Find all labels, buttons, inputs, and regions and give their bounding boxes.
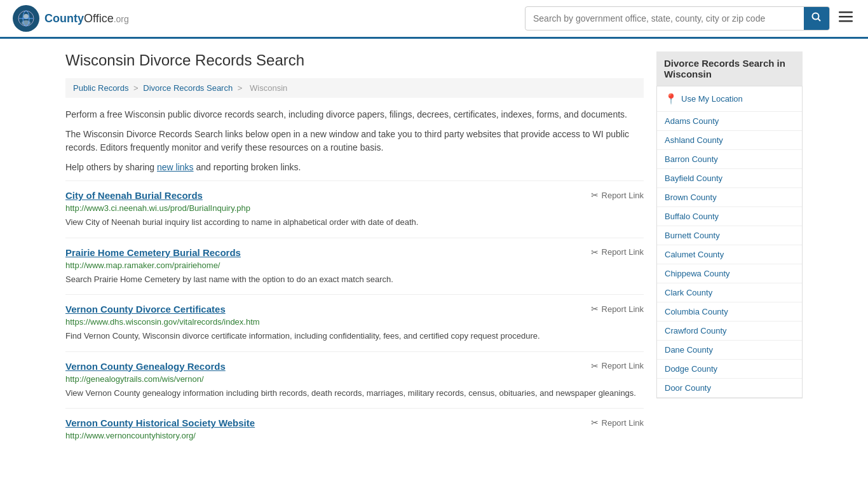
search-button[interactable] bbox=[804, 7, 829, 30]
list-item: Crawford County bbox=[657, 322, 802, 341]
result-url-1[interactable]: http://www.map.ramaker.com/prairiehome/ bbox=[65, 261, 644, 270]
use-location-label: Use My Location bbox=[681, 94, 743, 104]
page-title: Wisconsin Divorce Records Search bbox=[65, 51, 644, 69]
report-link-label-4: Report Link bbox=[602, 418, 644, 428]
main-container: Wisconsin Divorce Records Search Public … bbox=[53, 39, 815, 465]
sidebar-item-burnett-county[interactable]: Burnett County bbox=[657, 226, 802, 245]
location-icon: 📍 bbox=[665, 93, 677, 105]
result-header-3: Vernon County Genealogy Records ✂ Report… bbox=[65, 361, 644, 372]
sidebar-title: Divorce Records Search in Wisconsin bbox=[656, 51, 803, 86]
result-desc-1: Search Prairie Home Cemetery by last nam… bbox=[65, 273, 644, 286]
sidebar-item-calumet-county[interactable]: Calumet County bbox=[657, 245, 802, 264]
sidebar-item-crawford-county[interactable]: Crawford County bbox=[657, 322, 802, 340]
result-title-3[interactable]: Vernon County Genealogy Records bbox=[65, 361, 226, 372]
sidebar-item-brown-county[interactable]: Brown County bbox=[657, 188, 802, 207]
report-link-0[interactable]: ✂ Report Link bbox=[591, 190, 644, 200]
list-item: Chippewa County bbox=[657, 264, 802, 283]
sidebar-box: 📍 Use My Location Adams CountyAshland Co… bbox=[656, 86, 803, 398]
result-url-0[interactable]: http://www3.ci.neenah.wi.us/prod/BurialI… bbox=[65, 203, 644, 213]
report-icon-0: ✂ bbox=[591, 190, 599, 200]
result-header-1: Prairie Home Cemetery Burial Records ✂ R… bbox=[65, 247, 644, 258]
report-icon-2: ✂ bbox=[591, 304, 599, 314]
logo-icon bbox=[13, 5, 39, 32]
sidebar-item-clark-county[interactable]: Clark County bbox=[657, 283, 802, 302]
search-bar bbox=[525, 6, 830, 30]
result-title-0[interactable]: City of Neenah Burial Records bbox=[65, 190, 203, 201]
report-link-label-3: Report Link bbox=[602, 361, 644, 370]
list-item: Brown County bbox=[657, 188, 802, 207]
svg-point-5 bbox=[813, 13, 819, 20]
list-item: Ashland County bbox=[657, 131, 802, 150]
logo-text: CountyOffice.org bbox=[44, 12, 129, 25]
result-header-0: City of Neenah Burial Records ✂ Report L… bbox=[65, 190, 644, 201]
result-item: Vernon County Historical Society Website… bbox=[65, 408, 644, 452]
list-item: Burnett County bbox=[657, 226, 802, 245]
sidebar: Divorce Records Search in Wisconsin 📍 Us… bbox=[656, 51, 803, 452]
sidebar-item-columbia-county[interactable]: Columbia County bbox=[657, 302, 802, 321]
sidebar-item-buffalo-county[interactable]: Buffalo County bbox=[657, 207, 802, 226]
sidebar-item-barron-county[interactable]: Barron County bbox=[657, 150, 802, 168]
sidebar-item-dane-county[interactable]: Dane County bbox=[657, 341, 802, 359]
sidebar-item-chippewa-county[interactable]: Chippewa County bbox=[657, 264, 802, 283]
list-item: Dodge County bbox=[657, 360, 802, 379]
result-title-4[interactable]: Vernon County Historical Society Website bbox=[65, 417, 255, 428]
result-title-1[interactable]: Prairie Home Cemetery Burial Records bbox=[65, 247, 241, 258]
report-link-1[interactable]: ✂ Report Link bbox=[591, 247, 644, 257]
list-item: Bayfield County bbox=[657, 169, 802, 188]
breadcrumb-state: Wisconsin bbox=[250, 83, 287, 93]
intro-paragraph-3: Help others by sharing new links and rep… bbox=[65, 161, 644, 174]
breadcrumb-divorce-records[interactable]: Divorce Records Search bbox=[143, 83, 233, 93]
report-icon-3: ✂ bbox=[591, 361, 599, 371]
result-title-2[interactable]: Vernon County Divorce Certificates bbox=[65, 304, 226, 315]
intro-pre: Help others by sharing bbox=[65, 162, 157, 172]
list-item: Adams County bbox=[657, 112, 802, 131]
new-links-link[interactable]: new links bbox=[157, 162, 194, 172]
result-desc-3: View Vernon County genealogy information… bbox=[65, 387, 644, 400]
report-link-label-1: Report Link bbox=[602, 247, 644, 257]
breadcrumb: Public Records > Divorce Records Search … bbox=[65, 78, 644, 98]
list-item: Dane County bbox=[657, 341, 802, 360]
list-item: Barron County bbox=[657, 150, 802, 169]
list-item: Clark County bbox=[657, 283, 802, 302]
main-content: Wisconsin Divorce Records Search Public … bbox=[65, 51, 644, 452]
result-url-4[interactable]: http://www.vernoncountyhistory.org/ bbox=[65, 431, 644, 440]
svg-rect-8 bbox=[839, 16, 853, 18]
breadcrumb-sep1: > bbox=[133, 83, 139, 93]
breadcrumb-public-records[interactable]: Public Records bbox=[73, 83, 128, 93]
result-header-4: Vernon County Historical Society Website… bbox=[65, 417, 644, 428]
report-icon-4: ✂ bbox=[591, 417, 599, 428]
result-item: Vernon County Divorce Certificates ✂ Rep… bbox=[65, 294, 644, 351]
result-url-3[interactable]: http://genealogytrails.com/wis/vernon/ bbox=[65, 374, 644, 384]
report-link-4[interactable]: ✂ Report Link bbox=[591, 417, 644, 428]
list-item: Door County bbox=[657, 379, 802, 398]
report-link-2[interactable]: ✂ Report Link bbox=[591, 304, 644, 314]
result-desc-2: Find Vernon County, Wisconsin divorce ce… bbox=[65, 330, 644, 342]
result-item: City of Neenah Burial Records ✂ Report L… bbox=[65, 180, 644, 238]
sidebar-item-bayfield-county[interactable]: Bayfield County bbox=[657, 169, 802, 187]
intro-paragraph-1: Perform a free Wisconsin public divorce … bbox=[65, 108, 644, 121]
breadcrumb-sep2: > bbox=[238, 83, 243, 93]
sidebar-item-adams-county[interactable]: Adams County bbox=[657, 112, 802, 130]
sidebar-item-ashland-county[interactable]: Ashland County bbox=[657, 131, 802, 149]
logo: CountyOffice.org bbox=[13, 5, 129, 32]
menu-button[interactable] bbox=[836, 8, 855, 29]
sidebar-item-dodge-county[interactable]: Dodge County bbox=[657, 360, 802, 378]
result-item: Vernon County Genealogy Records ✂ Report… bbox=[65, 351, 644, 409]
svg-line-6 bbox=[818, 19, 821, 22]
list-item: Calumet County bbox=[657, 245, 802, 264]
results-list: City of Neenah Burial Records ✂ Report L… bbox=[65, 180, 644, 452]
list-item: Buffalo County bbox=[657, 207, 802, 226]
result-url-2[interactable]: https://www.dhs.wisconsin.gov/vitalrecor… bbox=[65, 317, 644, 327]
header-controls bbox=[525, 6, 855, 30]
site-header: CountyOffice.org bbox=[0, 0, 868, 39]
search-input[interactable] bbox=[526, 8, 804, 29]
result-desc-0: View City of Neenah burial inquiry list … bbox=[65, 216, 644, 229]
report-icon-1: ✂ bbox=[591, 247, 599, 257]
report-link-label-2: Report Link bbox=[602, 304, 644, 314]
use-location-button[interactable]: 📍 Use My Location bbox=[657, 86, 802, 112]
county-list: Adams CountyAshland CountyBarron CountyB… bbox=[657, 112, 802, 398]
sidebar-item-door-county[interactable]: Door County bbox=[657, 379, 802, 397]
result-item: Prairie Home Cemetery Burial Records ✂ R… bbox=[65, 238, 644, 295]
report-link-label-0: Report Link bbox=[602, 191, 644, 200]
report-link-3[interactable]: ✂ Report Link bbox=[591, 361, 644, 371]
